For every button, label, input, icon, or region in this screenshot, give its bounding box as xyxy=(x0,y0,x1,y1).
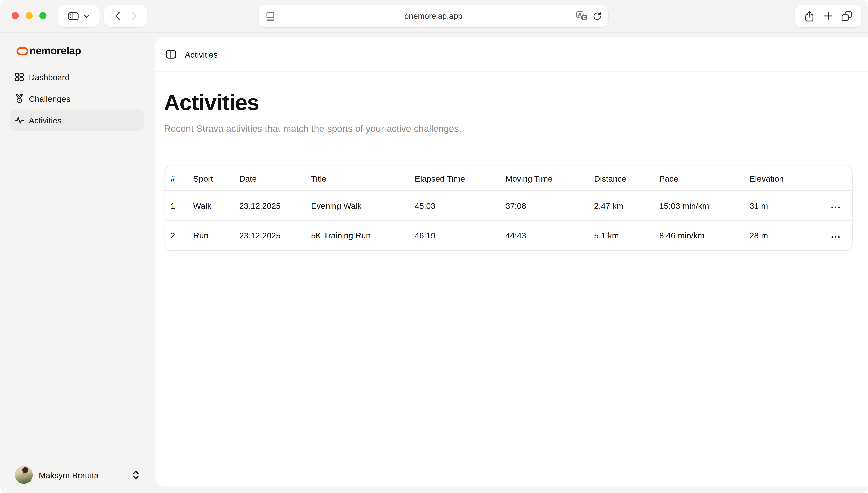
chevron-down-icon[interactable] xyxy=(83,14,89,18)
cell-elevation: 31 m xyxy=(743,191,819,220)
brand-logo[interactable]: nemorelap xyxy=(17,45,81,57)
sidebar-nav: Dashboard Challenges xyxy=(10,66,144,131)
user-menu[interactable]: Maksym Bratuta xyxy=(15,464,144,486)
new-tab-plus-icon[interactable] xyxy=(823,12,832,21)
browser-sidebar-controls xyxy=(58,5,100,27)
cell-elapsed-time: 46:19 xyxy=(409,220,499,250)
sidebar-item-label: Challenges xyxy=(29,94,70,103)
cell-date: 23.12.2025 xyxy=(233,191,305,220)
sidebar-item-activities[interactable]: Activities xyxy=(10,110,144,131)
share-icon[interactable] xyxy=(804,10,814,22)
cell-sport: Walk xyxy=(187,191,233,220)
app-sidebar: nemorelap Dashboard xyxy=(0,33,155,493)
browser-sidebar-toggle-icon[interactable] xyxy=(68,12,78,20)
grid-icon xyxy=(15,72,24,81)
close-window-button[interactable] xyxy=(12,12,19,20)
toolbar-divider xyxy=(125,10,126,22)
cell-pace: 8:46 min/km xyxy=(653,220,743,250)
cell-index: 1 xyxy=(164,191,187,220)
column-header-title: Title xyxy=(305,166,409,191)
avatar xyxy=(15,466,32,484)
traffic-lights xyxy=(12,12,47,20)
cell-title: Evening Walk xyxy=(305,191,409,220)
sidebar-item-label: Activities xyxy=(29,115,62,125)
breadcrumb: Activities xyxy=(185,50,218,59)
tab-overview-icon[interactable] xyxy=(842,11,852,21)
cell-elapsed-time: 45:03 xyxy=(409,191,499,220)
content-area: Activities Recent Strava activities that… xyxy=(155,72,868,251)
column-header-sport: Sport xyxy=(187,166,233,191)
cell-distance: 5.1 km xyxy=(588,220,653,250)
column-header-pace: Pace xyxy=(653,166,743,191)
brand-o-icon xyxy=(17,47,28,55)
column-header-actions xyxy=(819,166,852,191)
browser-history-controls xyxy=(104,5,147,27)
user-name: Maksym Bratuta xyxy=(39,470,132,479)
row-actions-ellipsis-icon[interactable] xyxy=(829,233,842,241)
page-subtitle: Recent Strava activities that match the … xyxy=(164,122,852,136)
table-row: 1 Walk 23.12.2025 Evening Walk 45:03 37:… xyxy=(164,191,852,220)
translate-icon[interactable] xyxy=(576,11,587,21)
browser-toolbar: onemorelap.app xyxy=(0,0,868,33)
column-header-elapsed-time: Elapsed Time xyxy=(409,166,499,191)
screenshot-stage: onemorelap.app xyxy=(0,0,868,493)
browser-window-controls xyxy=(795,5,861,27)
column-header-elevation: Elevation xyxy=(743,166,819,191)
column-header-distance: Distance xyxy=(588,166,653,191)
sidebar-item-challenges[interactable]: Challenges xyxy=(10,88,144,109)
column-header-moving-time: Moving Time xyxy=(499,166,588,191)
panel-header: Activities xyxy=(155,37,868,72)
chevrons-up-down-icon xyxy=(132,470,139,480)
cell-moving-time: 44:43 xyxy=(499,220,588,250)
cell-sport: Run xyxy=(187,220,233,250)
cell-index: 2 xyxy=(164,220,187,250)
sidebar-item-dashboard[interactable]: Dashboard xyxy=(10,66,144,88)
url-text[interactable]: onemorelap.app xyxy=(259,12,608,21)
column-header-date: Date xyxy=(233,166,305,191)
column-header-index: # xyxy=(164,166,187,191)
forward-button-icon[interactable] xyxy=(131,12,137,21)
page-format-icon[interactable] xyxy=(266,5,275,27)
activities-table: # Sport Date Title Elapsed Time Moving T… xyxy=(164,166,852,251)
main-panel: Activities Activities Recent Strava acti… xyxy=(155,37,868,487)
sidebar-item-label: Dashboard xyxy=(29,72,69,82)
minimize-window-button[interactable] xyxy=(25,12,33,20)
browser-window: onemorelap.app xyxy=(0,0,868,493)
page-body: nemorelap Dashboard xyxy=(0,33,868,493)
activity-icon xyxy=(15,116,24,124)
address-bar[interactable]: onemorelap.app xyxy=(259,5,608,27)
back-button-icon[interactable] xyxy=(114,12,120,21)
cell-date: 23.12.2025 xyxy=(233,220,305,250)
cell-distance: 2.47 km xyxy=(588,191,653,220)
cell-title: 5K Training Run xyxy=(305,220,409,250)
row-actions-ellipsis-icon[interactable] xyxy=(829,203,842,211)
page-title: Activities xyxy=(164,90,852,115)
reload-icon[interactable] xyxy=(593,11,602,21)
table-header-row: # Sport Date Title Elapsed Time Moving T… xyxy=(164,166,852,191)
panel-left-toggle-icon[interactable] xyxy=(166,50,176,59)
cell-pace: 15:03 min/km xyxy=(653,191,743,220)
address-bar-actions xyxy=(576,5,602,27)
table-row: 2 Run 23.12.2025 5K Training Run 46:19 4… xyxy=(164,220,852,250)
medal-icon xyxy=(15,94,24,103)
brand-text: nemorelap xyxy=(29,45,81,57)
cell-moving-time: 37:08 xyxy=(499,191,588,220)
zoom-window-button[interactable] xyxy=(39,12,47,20)
cell-elevation: 28 m xyxy=(743,220,819,250)
